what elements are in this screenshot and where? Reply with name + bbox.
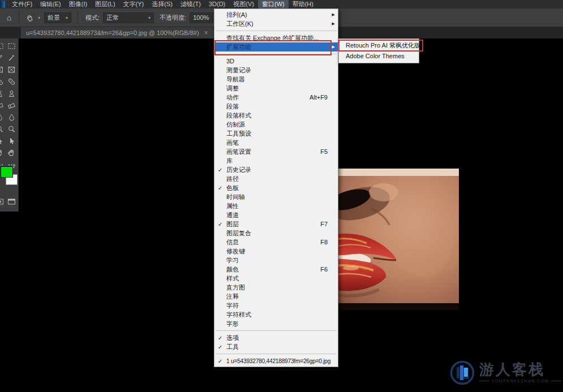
tool-blur[interactable] — [6, 111, 16, 123]
menu-item[interactable]: ✓历史记录 — [214, 165, 338, 174]
tab-title: u=543932780,442188973&fm=26&gp=0.jpg @ 1… — [26, 29, 199, 36]
tool-clone-stamp[interactable] — [6, 88, 16, 100]
menu-item[interactable]: 字符 — [214, 301, 338, 310]
tool-quick-mask[interactable] — [0, 196, 5, 208]
menu-item[interactable]: ✓工具 — [214, 342, 338, 351]
menu-item[interactable]: ✓1 u=543932780,442188973fm=26gp=0.jpg — [214, 356, 338, 365]
menu-item[interactable]: 路径 — [214, 174, 338, 183]
menu-item-label: 样式 — [226, 274, 328, 283]
menu-item[interactable]: 段落 — [214, 102, 338, 111]
menu-item-label: 画笔 — [226, 139, 328, 147]
submenu-item[interactable]: Adobe Color Themes — [339, 51, 419, 62]
home-icon[interactable]: ⌂ — [3, 13, 15, 22]
menu-item-label: 1 u=543932780,442188973fm=26gp=0.jpg — [226, 358, 330, 364]
menu-item[interactable]: 扩展功能▶ — [214, 42, 338, 51]
menu-item[interactable]: 导航器 — [214, 75, 338, 84]
menu-item[interactable]: ✓选项 — [214, 333, 338, 342]
tool-dodge[interactable] — [0, 123, 5, 135]
tool-path-selection[interactable] — [0, 135, 5, 147]
menu-item[interactable]: 段落样式 — [214, 111, 338, 120]
menu-item[interactable]: 画笔设置F5 — [214, 147, 338, 156]
menu-item[interactable]: 动作Alt+F9 — [214, 93, 338, 102]
foreground-color-swatch[interactable] — [1, 166, 13, 178]
menu-item-label: 历史记录 — [226, 166, 328, 174]
menu-item[interactable]: 排列(A)▶ — [214, 10, 338, 19]
menu-item[interactable]: 工作区(K)▶ — [214, 19, 338, 28]
menubar-item-layer[interactable]: 图层(L) — [91, 0, 119, 8]
menu-item[interactable]: 时间轴 — [214, 192, 338, 201]
menu-item[interactable]: 样式 — [214, 274, 338, 283]
tool-magic-wand[interactable] — [6, 52, 16, 64]
menu-item-shortcut: F7 — [315, 221, 328, 227]
menu-item[interactable]: 直方图 — [214, 283, 338, 292]
menubar-item-view[interactable]: 视图(V) — [229, 0, 258, 8]
tool-rectangular-marquee[interactable] — [6, 40, 16, 52]
menubar-item-filter[interactable]: 滤镜(T) — [177, 0, 205, 8]
opacity-input[interactable]: 100% — [190, 12, 213, 23]
menubar-item-file[interactable]: 文件(F) — [8, 0, 36, 8]
menu-separator — [214, 328, 338, 333]
tool-magic-wand[interactable] — [0, 52, 5, 64]
menu-item[interactable]: 3D — [214, 57, 338, 66]
menubar-item-window[interactable]: 窗口(W) — [258, 0, 289, 8]
menu-item-label: 仿制源 — [226, 120, 328, 129]
menu-item[interactable]: 注释 — [214, 292, 338, 301]
mode-dropdown[interactable]: 正常 ▾ — [103, 12, 154, 23]
menu-item[interactable]: 颜色F6 — [214, 265, 338, 274]
menubar-item-type[interactable]: 文字(Y) — [119, 0, 148, 8]
menu-item-label: 工作区(K) — [226, 20, 328, 28]
check-icon: ✓ — [218, 221, 226, 227]
fill-source-dropdown[interactable]: 前景 ▾ — [44, 12, 71, 23]
menu-item-shortcut: F5 — [315, 148, 328, 155]
menu-item[interactable]: 库 — [214, 156, 338, 165]
tool-spot-healing-brush[interactable] — [6, 76, 16, 88]
menu-item[interactable]: ✓图层F7 — [214, 219, 338, 229]
submenu-item[interactable]: Retouch Pro AI 紫枫优化版 — [339, 40, 419, 51]
menu-item[interactable]: 通道 — [214, 210, 338, 219]
tool-slice[interactable] — [6, 64, 16, 76]
menu-item[interactable]: ✓色板 — [214, 183, 338, 192]
menubar-item-select[interactable]: 选择(S) — [148, 0, 177, 8]
menu-item-label: 调整 — [226, 84, 328, 93]
menu-separator — [214, 28, 338, 33]
menubar-item-image[interactable]: 图像(I) — [65, 0, 91, 8]
opacity-label: 不透明度: — [160, 14, 186, 22]
menu-item[interactable]: 修改键 — [214, 247, 338, 256]
menubar-item-help[interactable]: 帮助(H) — [289, 0, 317, 8]
menu-item[interactable]: 图层复合 — [214, 229, 338, 238]
tool-hand[interactable] — [0, 147, 5, 159]
tool-path-selection[interactable] — [6, 135, 16, 147]
menu-item[interactable]: 仿制源 — [214, 120, 338, 129]
tool-blur[interactable] — [0, 111, 5, 123]
menu-item[interactable]: 调整 — [214, 84, 338, 93]
menu-item[interactable]: 字形 — [214, 319, 338, 328]
divider — [19, 11, 19, 24]
tool-eraser[interactable] — [6, 100, 16, 111]
menu-item[interactable]: 学习 — [214, 256, 338, 265]
tool-hand[interactable] — [6, 147, 16, 159]
tool-clone-stamp[interactable] — [0, 88, 5, 100]
menubar-item-3d[interactable]: 3D(D) — [205, 0, 229, 8]
tool-rectangular-marquee[interactable] — [0, 40, 5, 52]
document-tab[interactable]: u=543932780,442188973&fm=26&gp=0.jpg @ 1… — [21, 27, 213, 38]
menu-item[interactable]: 属性 — [214, 201, 338, 210]
menu-item[interactable]: 信息F8 — [214, 238, 338, 247]
submenu-item-label: Adobe Color Themes — [346, 53, 405, 59]
menu-item[interactable]: 工具预设 — [214, 129, 338, 138]
menu-item[interactable]: 查找有关 Exchange 的扩展功能... — [214, 33, 338, 42]
menu-item-label: 图层 — [226, 220, 315, 229]
menu-item[interactable]: 画笔 — [214, 138, 338, 147]
menubar-item-edit[interactable]: 编辑(E) — [36, 0, 65, 8]
tool-panel: ⇄ — [0, 38, 19, 212]
menu-item[interactable]: 字符样式 — [214, 310, 338, 319]
tab-close-icon[interactable]: × — [204, 30, 208, 36]
menu-item[interactable]: 测量记录 — [214, 66, 338, 75]
tool-slice[interactable] — [0, 64, 5, 76]
tool-dodge[interactable] — [6, 123, 16, 135]
tool-eraser[interactable] — [0, 100, 5, 111]
tool-screen-mode[interactable] — [6, 196, 16, 208]
paint-bucket-tool-badge[interactable]: ▾ — [23, 13, 42, 23]
chevron-down-icon: ▾ — [38, 15, 40, 20]
menu-item-label: 导航器 — [226, 75, 328, 84]
tool-spot-healing-brush[interactable] — [0, 76, 5, 88]
